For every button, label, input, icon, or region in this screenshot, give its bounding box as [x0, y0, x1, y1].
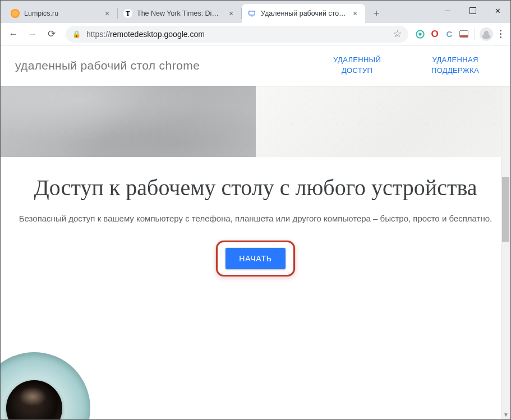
favicon-lumpics-icon: [11, 9, 20, 18]
decorative-coffee-image: [1, 352, 90, 419]
extension-box-icon[interactable]: [458, 28, 470, 40]
tab-remote-desktop[interactable]: Удаленный рабочий стол C ×: [242, 4, 365, 23]
extension-amigo-icon[interactable]: [414, 28, 426, 40]
site-title: удаленный рабочий стол chrome: [15, 59, 200, 72]
tab-close-button[interactable]: ×: [103, 9, 112, 18]
profile-avatar[interactable]: [480, 27, 493, 41]
back-button[interactable]: ←: [5, 26, 22, 43]
extension-c-icon[interactable]: C: [443, 28, 455, 40]
nav-remote-access[interactable]: УДАЛЕННЫЙДОСТУП: [333, 55, 381, 75]
start-button-highlight: НАЧАТЬ: [216, 241, 294, 276]
forward-button[interactable]: →: [24, 26, 41, 43]
window-controls: [435, 1, 510, 21]
svg-point-3: [418, 33, 421, 35]
scroll-down-arrow-icon[interactable]: ▼: [501, 410, 510, 419]
page-subheading: Безопасный доступ к вашему компьютеру с …: [14, 212, 497, 225]
tab-title: Удаленный рабочий стол C: [261, 10, 346, 17]
toolbar-separator: [475, 28, 475, 40]
tab-close-button[interactable]: ×: [351, 9, 360, 18]
svg-rect-1: [251, 16, 253, 16]
window-close-button[interactable]: [485, 2, 510, 19]
tab-nyt[interactable]: T The New York Times: Digital ×: [118, 4, 241, 23]
tab-lumpics[interactable]: Lumpics.ru ×: [5, 4, 117, 23]
vertical-scrollbar[interactable]: ▲ ▼: [501, 45, 510, 419]
lock-icon: 🔒: [72, 30, 81, 38]
main-content: Доступ к рабочему столу с любого устройс…: [1, 157, 510, 276]
start-button[interactable]: НАЧАТЬ: [225, 248, 285, 269]
tab-strip: Lumpics.ru × T The New York Times: Digit…: [1, 1, 510, 23]
favicon-crd-icon: [247, 9, 256, 18]
reload-button[interactable]: ⟳: [43, 26, 60, 43]
tab-close-button[interactable]: ×: [227, 9, 236, 18]
nav-remote-support[interactable]: УДАЛЕННАЯПОДДЕРЖКА: [431, 55, 479, 75]
bookmark-star-icon[interactable]: ☆: [393, 28, 402, 40]
favicon-nyt-icon: T: [123, 9, 132, 18]
browser-menu-button[interactable]: [495, 30, 506, 38]
address-bar[interactable]: 🔒 https://remotedesktop.google.com ☆: [66, 26, 408, 43]
svg-rect-0: [249, 11, 255, 15]
window-maximize-button[interactable]: [460, 2, 485, 19]
url-text: https://remotedesktop.google.com: [86, 30, 388, 39]
new-tab-button[interactable]: +: [369, 6, 384, 21]
tab-title: The New York Times: Digital: [137, 10, 222, 17]
extension-opera-icon[interactable]: O: [429, 28, 441, 40]
scrollbar-thumb[interactable]: [502, 177, 509, 242]
hero-image-left: [1, 86, 256, 157]
page-viewport: удаленный рабочий стол chrome УДАЛЕННЫЙД…: [1, 45, 510, 419]
tab-title: Lumpics.ru: [24, 10, 98, 17]
window-minimize-button[interactable]: [435, 2, 460, 19]
site-header: удаленный рабочий стол chrome УДАЛЕННЫЙД…: [1, 45, 510, 86]
page-heading: Доступ к рабочему столу с любого устройс…: [14, 174, 497, 202]
browser-toolbar: ← → ⟳ 🔒 https://remotedesktop.google.com…: [1, 23, 510, 45]
hero-image-right: [256, 86, 511, 157]
site-nav: УДАЛЕННЫЙДОСТУП УДАЛЕННАЯПОДДЕРЖКА: [333, 55, 496, 75]
hero-image-strip: [1, 86, 510, 157]
